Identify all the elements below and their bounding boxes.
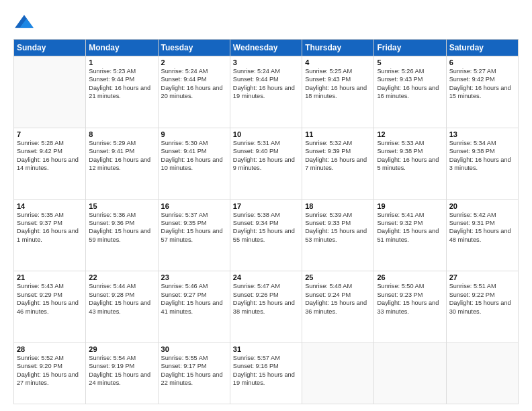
header	[13, 12, 519, 32]
week-row-2: 7Sunrise: 5:28 AMSunset: 9:42 PMDaylight…	[14, 128, 519, 199]
cell-info: Sunrise: 5:43 AMSunset: 9:29 PMDaylight:…	[17, 282, 83, 316]
cell-date: 28	[17, 345, 83, 353]
calendar-cell: 5Sunrise: 5:26 AMSunset: 9:43 PMDaylight…	[374, 56, 446, 128]
cell-date: 7	[17, 130, 83, 138]
week-row-3: 14Sunrise: 5:35 AMSunset: 9:37 PMDayligh…	[14, 199, 519, 271]
calendar-cell: 3Sunrise: 5:24 AMSunset: 9:44 PMDaylight…	[230, 56, 302, 128]
cell-date: 18	[305, 202, 371, 210]
cell-date: 10	[233, 130, 299, 138]
col-saturday: Saturday	[446, 40, 518, 56]
cell-info: Sunrise: 5:33 AMSunset: 9:38 PMDaylight:…	[377, 139, 443, 173]
calendar-cell: 28Sunrise: 5:52 AMSunset: 9:20 PMDayligh…	[14, 343, 86, 404]
calendar-cell: 8Sunrise: 5:29 AMSunset: 9:41 PMDaylight…	[86, 128, 158, 199]
calendar-cell: 15Sunrise: 5:36 AMSunset: 9:36 PMDayligh…	[86, 199, 158, 271]
cell-date: 13	[449, 130, 515, 138]
calendar-cell: 30Sunrise: 5:55 AMSunset: 9:17 PMDayligh…	[158, 343, 230, 404]
cell-info: Sunrise: 5:27 AMSunset: 9:42 PMDaylight:…	[449, 67, 515, 101]
logo-icon	[15, 13, 34, 30]
cell-date: 20	[449, 202, 515, 210]
col-thursday: Thursday	[302, 40, 374, 56]
cell-info: Sunrise: 5:23 AMSunset: 9:44 PMDaylight:…	[89, 67, 154, 101]
col-monday: Monday	[86, 40, 158, 56]
cell-date: 19	[377, 202, 443, 210]
calendar-cell: 22Sunrise: 5:44 AMSunset: 9:28 PMDayligh…	[86, 271, 158, 343]
week-row-1: 1Sunrise: 5:23 AMSunset: 9:44 PMDaylight…	[14, 56, 519, 128]
cell-date: 31	[233, 345, 299, 353]
calendar-cell	[374, 343, 446, 404]
calendar-cell	[14, 56, 86, 128]
cell-info: Sunrise: 5:36 AMSunset: 9:36 PMDaylight:…	[89, 211, 154, 244]
cell-info: Sunrise: 5:26 AMSunset: 9:43 PMDaylight:…	[377, 67, 443, 101]
calendar-cell: 4Sunrise: 5:25 AMSunset: 9:43 PMDaylight…	[302, 56, 374, 128]
cell-date: 17	[233, 202, 299, 210]
cell-date: 26	[377, 273, 443, 281]
cell-info: Sunrise: 5:48 AMSunset: 9:24 PMDaylight:…	[305, 282, 371, 316]
cell-info: Sunrise: 5:24 AMSunset: 9:44 PMDaylight:…	[161, 67, 227, 101]
cell-date: 25	[305, 273, 371, 281]
cell-info: Sunrise: 5:41 AMSunset: 9:32 PMDaylight:…	[377, 211, 443, 244]
cell-info: Sunrise: 5:46 AMSunset: 9:27 PMDaylight:…	[161, 282, 227, 316]
cell-info: Sunrise: 5:39 AMSunset: 9:33 PMDaylight:…	[305, 211, 371, 244]
calendar-cell: 14Sunrise: 5:35 AMSunset: 9:37 PMDayligh…	[14, 199, 86, 271]
cell-info: Sunrise: 5:57 AMSunset: 9:16 PMDaylight:…	[233, 354, 299, 387]
cell-date: 21	[17, 273, 83, 281]
cell-info: Sunrise: 5:32 AMSunset: 9:39 PMDaylight:…	[305, 139, 371, 173]
cell-date: 3	[233, 58, 299, 66]
calendar-cell: 20Sunrise: 5:42 AMSunset: 9:31 PMDayligh…	[446, 199, 518, 271]
cell-date: 30	[161, 345, 227, 353]
cell-date: 8	[89, 130, 154, 138]
calendar-cell: 6Sunrise: 5:27 AMSunset: 9:42 PMDaylight…	[446, 56, 518, 128]
cell-info: Sunrise: 5:25 AMSunset: 9:43 PMDaylight:…	[305, 67, 371, 101]
calendar-cell: 19Sunrise: 5:41 AMSunset: 9:32 PMDayligh…	[374, 199, 446, 271]
col-friday: Friday	[374, 40, 446, 56]
calendar-cell: 23Sunrise: 5:46 AMSunset: 9:27 PMDayligh…	[158, 271, 230, 343]
calendar-cell: 25Sunrise: 5:48 AMSunset: 9:24 PMDayligh…	[302, 271, 374, 343]
col-wednesday: Wednesday	[230, 40, 302, 56]
cell-date: 2	[161, 58, 227, 66]
calendar-cell: 17Sunrise: 5:38 AMSunset: 9:34 PMDayligh…	[230, 199, 302, 271]
calendar-cell: 27Sunrise: 5:51 AMSunset: 9:22 PMDayligh…	[446, 271, 518, 343]
calendar-cell	[446, 343, 518, 404]
cell-date: 23	[161, 273, 227, 281]
cell-date: 1	[89, 58, 154, 66]
cell-info: Sunrise: 5:54 AMSunset: 9:19 PMDaylight:…	[89, 354, 154, 387]
calendar-cell: 31Sunrise: 5:57 AMSunset: 9:16 PMDayligh…	[230, 343, 302, 404]
header-row: Sunday Monday Tuesday Wednesday Thursday…	[14, 40, 519, 56]
col-sunday: Sunday	[14, 40, 86, 56]
cell-info: Sunrise: 5:34 AMSunset: 9:38 PMDaylight:…	[449, 139, 515, 173]
cell-info: Sunrise: 5:42 AMSunset: 9:31 PMDaylight:…	[449, 211, 515, 244]
calendar-cell: 24Sunrise: 5:47 AMSunset: 9:26 PMDayligh…	[230, 271, 302, 343]
cell-date: 22	[89, 273, 154, 281]
week-row-4: 21Sunrise: 5:43 AMSunset: 9:29 PMDayligh…	[14, 271, 519, 343]
cell-date: 5	[377, 58, 443, 66]
cell-date: 24	[233, 273, 299, 281]
cell-info: Sunrise: 5:52 AMSunset: 9:20 PMDaylight:…	[17, 354, 83, 387]
cell-info: Sunrise: 5:31 AMSunset: 9:40 PMDaylight:…	[233, 139, 299, 173]
calendar-cell: 10Sunrise: 5:31 AMSunset: 9:40 PMDayligh…	[230, 128, 302, 199]
calendar: Sunday Monday Tuesday Wednesday Thursday…	[13, 39, 519, 404]
cell-date: 15	[89, 202, 154, 210]
cell-date: 12	[377, 130, 443, 138]
cell-info: Sunrise: 5:50 AMSunset: 9:23 PMDaylight:…	[377, 282, 443, 316]
calendar-cell: 21Sunrise: 5:43 AMSunset: 9:29 PMDayligh…	[14, 271, 86, 343]
calendar-cell: 12Sunrise: 5:33 AMSunset: 9:38 PMDayligh…	[374, 128, 446, 199]
col-tuesday: Tuesday	[158, 40, 230, 56]
cell-info: Sunrise: 5:55 AMSunset: 9:17 PMDaylight:…	[161, 354, 227, 387]
cell-date: 16	[161, 202, 227, 210]
calendar-cell: 13Sunrise: 5:34 AMSunset: 9:38 PMDayligh…	[446, 128, 518, 199]
calendar-cell: 9Sunrise: 5:30 AMSunset: 9:41 PMDaylight…	[158, 128, 230, 199]
calendar-cell: 7Sunrise: 5:28 AMSunset: 9:42 PMDaylight…	[14, 128, 86, 199]
cell-date: 4	[305, 58, 371, 66]
calendar-cell: 16Sunrise: 5:37 AMSunset: 9:35 PMDayligh…	[158, 199, 230, 271]
cell-date: 14	[17, 202, 83, 210]
cell-date: 9	[161, 130, 227, 138]
week-row-5: 28Sunrise: 5:52 AMSunset: 9:20 PMDayligh…	[14, 343, 519, 404]
cell-info: Sunrise: 5:35 AMSunset: 9:37 PMDaylight:…	[17, 211, 83, 244]
calendar-cell: 11Sunrise: 5:32 AMSunset: 9:39 PMDayligh…	[302, 128, 374, 199]
cell-info: Sunrise: 5:29 AMSunset: 9:41 PMDaylight:…	[89, 139, 154, 173]
calendar-cell	[302, 343, 374, 404]
cell-info: Sunrise: 5:24 AMSunset: 9:44 PMDaylight:…	[233, 67, 299, 101]
cell-info: Sunrise: 5:44 AMSunset: 9:28 PMDaylight:…	[89, 282, 154, 316]
calendar-table: Sunday Monday Tuesday Wednesday Thursday…	[13, 39, 519, 404]
cell-info: Sunrise: 5:47 AMSunset: 9:26 PMDaylight:…	[233, 282, 299, 316]
